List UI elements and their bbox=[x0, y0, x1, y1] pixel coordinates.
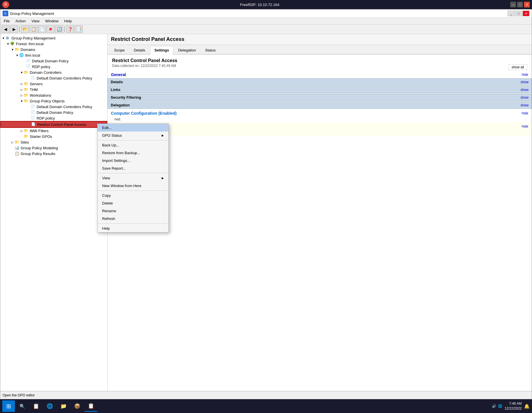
tree-item-domains[interactable]: ▼ 📁 Domains bbox=[0, 47, 107, 52]
ctx-help[interactable]: Help bbox=[98, 225, 168, 232]
ctx-backup[interactable]: Back Up... bbox=[98, 141, 168, 149]
toggle-thm-local[interactable]: ▼ bbox=[15, 53, 19, 57]
show-all-button[interactable]: show all bbox=[509, 64, 527, 70]
back-button[interactable]: ◀ bbox=[1, 25, 9, 33]
hide-general-link[interactable]: hide bbox=[522, 73, 528, 77]
hide-user-link[interactable]: hide bbox=[522, 124, 528, 128]
ctx-new-window[interactable]: New Window from Here bbox=[98, 182, 168, 190]
tree-item-sites[interactable]: ▷ 📁 Sites bbox=[0, 139, 107, 145]
tree-item-domain-controllers[interactable]: ▼ 📁 Domain Controllers bbox=[0, 70, 107, 75]
open-button[interactable]: 📂 bbox=[21, 25, 29, 33]
tree-item-thm[interactable]: ▷ 📁 THM bbox=[0, 87, 107, 92]
ctx-rename[interactable]: Rename bbox=[98, 207, 168, 215]
copy-button[interactable]: 📋 bbox=[29, 25, 37, 33]
hide-computer-link[interactable]: hide bbox=[522, 111, 528, 115]
tree-item-forest[interactable]: ▼ 🌳 Forest: thm.local bbox=[0, 41, 107, 47]
tree-item-starter[interactable]: ▷ 📁 Starter GPOs bbox=[0, 134, 107, 139]
tree-item-root[interactable]: ▼ 🖥 Group Policy Management bbox=[0, 35, 107, 41]
ctx-delete[interactable]: Delete bbox=[98, 199, 168, 207]
details-toggle[interactable]: show bbox=[521, 80, 529, 84]
tree-item-gpm[interactable]: ▷ 📊 Group Policy Modeling bbox=[0, 145, 107, 151]
toggle-thm[interactable]: ▷ bbox=[20, 88, 24, 92]
taskbar-ie[interactable]: 🌐 bbox=[43, 400, 56, 412]
tab-delegation[interactable]: Delegation bbox=[174, 46, 200, 54]
tree-item-servers[interactable]: ▷ 📁 Servers bbox=[0, 81, 107, 87]
tab-settings[interactable]: Settings bbox=[150, 46, 173, 55]
left-panel[interactable]: ▼ 🖥 Group Policy Management ▼ 🌳 Forest: … bbox=[0, 34, 108, 391]
win-close[interactable]: ✕ bbox=[523, 11, 529, 16]
taskbar-gpm[interactable]: 📋 bbox=[85, 400, 97, 412]
toolbar-sep-2 bbox=[64, 26, 65, 32]
tree-item-gpo-ddcp[interactable]: ▷ 📄 Default Domain Controllers Policy bbox=[0, 104, 107, 110]
tab-details[interactable]: Details bbox=[130, 46, 150, 54]
toggle-wmi[interactable]: ▷ bbox=[20, 129, 24, 133]
icon-dc: 📁 bbox=[24, 70, 29, 75]
menu-view[interactable]: View bbox=[29, 18, 42, 24]
tree-item-gpo-folder[interactable]: ▼ 📁 Group Policy Objects bbox=[0, 98, 107, 104]
start-button[interactable]: ⊞ bbox=[2, 400, 15, 412]
tree-item-rcpa[interactable]: ▷ 📄 Restrict Control Panel Access bbox=[0, 121, 107, 128]
notification-button[interactable]: 🔔 bbox=[524, 404, 530, 409]
task-view-button[interactable]: 📋 bbox=[30, 400, 42, 412]
tree-item-workstations[interactable]: ▷ 📁 Workstations bbox=[0, 92, 107, 98]
forward-button[interactable]: ▶ bbox=[10, 25, 18, 33]
delete-button[interactable]: ✖ bbox=[47, 25, 55, 33]
ctx-gpo-status-label: GPO Status bbox=[102, 133, 122, 138]
tab-status[interactable]: Status bbox=[201, 46, 220, 54]
links-toggle[interactable]: show bbox=[521, 88, 529, 92]
tab-scope[interactable]: Scope bbox=[110, 46, 129, 54]
tree-item-thm-local[interactable]: ▼ 🌐 thm.local bbox=[0, 52, 107, 58]
menu-action[interactable]: Action bbox=[13, 18, 28, 24]
maximize-button[interactable]: □ bbox=[517, 2, 523, 7]
menu-file[interactable]: File bbox=[1, 18, 12, 24]
taskbar-explorer[interactable]: 📁 bbox=[57, 400, 70, 412]
toggle-gpo-folder[interactable]: ▼ bbox=[20, 99, 24, 103]
taskbar-pkg[interactable]: 📦 bbox=[71, 400, 84, 412]
win-minimize[interactable]: _ bbox=[508, 11, 515, 16]
tree-item-gpr[interactable]: ▷ 📋 Group Policy Results bbox=[0, 151, 107, 156]
paste-button[interactable]: 📄 bbox=[38, 25, 46, 33]
icon-thm-local: 🌐 bbox=[19, 53, 24, 57]
ctx-restore[interactable]: Restore from Backup... bbox=[98, 149, 168, 157]
toggle-servers[interactable]: ▷ bbox=[20, 82, 24, 86]
ctx-refresh[interactable]: Refresh bbox=[98, 215, 168, 223]
taskbar-right: 🔊 🌐 7:46 AM 12/22/2022 🔔 bbox=[492, 401, 530, 411]
ctx-view[interactable]: View ▶ bbox=[98, 174, 168, 182]
taskbar-clock[interactable]: 7:46 AM 12/22/2022 bbox=[505, 401, 522, 411]
tree-item-gpo-ddp[interactable]: ▷ 📄 Default Domain Policy bbox=[0, 110, 107, 115]
icon-domains: 📁 bbox=[15, 47, 20, 52]
toggle-sites[interactable]: ▷ bbox=[11, 140, 15, 144]
ctx-edit[interactable]: Edit... bbox=[98, 124, 168, 132]
ctx-save-report[interactable]: Save Report... bbox=[98, 164, 168, 172]
refresh-button[interactable]: 🔄 bbox=[55, 25, 63, 33]
tree-item-ddcp[interactable]: ▷ 📄 Default Domain Controllers Policy bbox=[0, 75, 107, 81]
toggle-workstations[interactable]: ▷ bbox=[20, 93, 24, 97]
tree-item-rdp-policy[interactable]: ▷ 📄 RDP policy bbox=[0, 64, 107, 70]
settings-content: Restrict Control Panel Access Data colle… bbox=[108, 55, 532, 391]
toggle-forest[interactable]: ▼ bbox=[6, 42, 10, 46]
ctx-gpo-status[interactable]: GPO Status ▶ bbox=[98, 132, 168, 139]
ctx-rename-label: Rename bbox=[102, 209, 116, 213]
toggle-root[interactable]: ▼ bbox=[1, 36, 5, 40]
tree-item-default-domain-policy[interactable]: ▷ 📄 Default Domain Policy bbox=[0, 58, 107, 64]
toggle-dc[interactable]: ▼ bbox=[20, 70, 24, 74]
menu-window[interactable]: Window bbox=[43, 18, 61, 24]
security-toggle[interactable]: show bbox=[521, 96, 529, 100]
menu-help[interactable]: Help bbox=[62, 18, 74, 24]
window-controls: _ □ ✕ bbox=[508, 11, 529, 16]
ctx-import[interactable]: Import Settings... bbox=[98, 157, 168, 164]
close-button[interactable]: ✕ bbox=[524, 2, 530, 7]
win-restore[interactable]: □ bbox=[515, 11, 522, 16]
tree-item-wmi[interactable]: ▷ 📁 WMI Filters bbox=[0, 128, 107, 134]
minimize-button[interactable]: — bbox=[510, 2, 516, 7]
general-section-link[interactable]: General bbox=[111, 72, 126, 77]
properties-button[interactable]: 📑 bbox=[75, 25, 83, 33]
toggle-domains[interactable]: ▼ bbox=[11, 47, 15, 51]
computer-config-link[interactable]: Computer Configuration (Enabled) bbox=[111, 111, 176, 116]
ctx-copy[interactable]: Copy bbox=[98, 192, 168, 199]
status-bar: Open the GPO editor bbox=[0, 391, 532, 399]
delegation-toggle[interactable]: show bbox=[521, 103, 529, 107]
search-button[interactable]: 🔍 bbox=[16, 400, 29, 412]
help-button[interactable]: ❓ bbox=[66, 25, 74, 33]
tree-item-gpo-rdp[interactable]: ▷ 📄 RDP policy bbox=[0, 115, 107, 121]
